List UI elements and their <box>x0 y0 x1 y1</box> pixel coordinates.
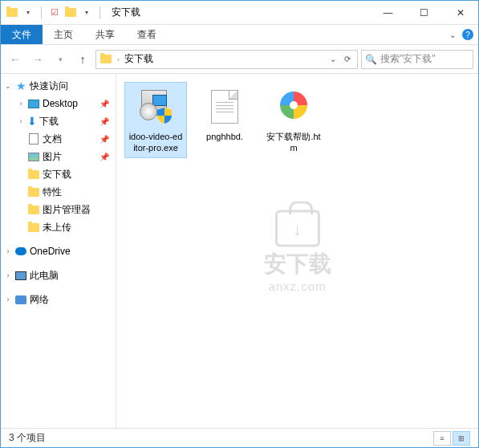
maximize-button[interactable]: ☐ <box>406 1 442 24</box>
chevron-right-icon[interactable]: › <box>17 100 25 108</box>
htm-file-icon <box>273 86 315 128</box>
nav-toolbar: ← → ▾ ↑ › 安下载 ⌄ ⟳ 🔍 搜索"安下载" <box>1 45 478 74</box>
desktop-icon <box>27 97 40 110</box>
window-title: 安下载 <box>108 6 140 19</box>
file-item[interactable]: 安下载帮助.htm <box>262 82 325 158</box>
sidebar-item-notuploaded[interactable]: 未上传 <box>1 218 116 236</box>
tab-share[interactable]: 共享 <box>84 25 126 44</box>
chevron-right-icon[interactable]: › <box>4 295 12 303</box>
file-item[interactable]: pnghhbd. <box>193 82 256 146</box>
qat-overflow-icon[interactable]: ▾ <box>80 6 93 19</box>
ribbon-tabs: 文件 主页 共享 查看 ⌄ ? <box>1 25 478 45</box>
breadcrumb[interactable]: 安下载 <box>124 52 153 66</box>
nav-pane: ⌄ ★ 快速访问 › Desktop 📌 › ⬇ 下载 📌 文档 📌 <box>1 74 116 428</box>
watermark-url: anxz.com <box>264 279 331 292</box>
text-file-icon <box>204 86 246 128</box>
search-placeholder: 搜索"安下载" <box>380 52 436 66</box>
titlebar: ▾ ☑ ▾ 安下载 — ☐ ✕ <box>1 1 478 25</box>
help-icon[interactable]: ? <box>462 29 473 40</box>
folder-icon <box>27 185 40 198</box>
file-name: 安下载帮助.htm <box>266 131 321 154</box>
folder-icon <box>99 53 112 66</box>
file-list-pane[interactable]: 安下载 anxz.com idoo- <box>116 74 478 428</box>
watermark: 安下载 anxz.com <box>264 210 331 292</box>
view-icons-button[interactable]: ⊞ <box>453 431 470 446</box>
sidebar-item-thispc[interactable]: › 此电脑 <box>1 267 116 284</box>
nav-recent-dropdown[interactable]: ▾ <box>51 50 70 69</box>
pin-icon: 📌 <box>99 153 109 161</box>
document-icon <box>27 132 40 145</box>
checkbox-icon[interactable]: ☑ <box>48 6 61 19</box>
sidebar-item-label: 下载 <box>39 115 59 128</box>
chevron-right-icon[interactable]: › <box>17 117 25 125</box>
sidebar-quick-access[interactable]: ⌄ ★ 快速访问 <box>1 77 116 95</box>
sidebar-item-label: 未上传 <box>43 221 71 234</box>
sidebar-item-onedrive[interactable]: › OneDrive <box>1 242 116 260</box>
folder-icon <box>27 203 40 216</box>
address-dropdown-icon[interactable]: ⌄ <box>327 55 339 63</box>
onedrive-icon <box>14 245 27 258</box>
pictures-icon <box>27 150 40 163</box>
chevron-right-icon[interactable]: › <box>116 55 121 63</box>
qat-dropdown-icon[interactable]: ▾ <box>22 6 35 19</box>
sidebar-item-network[interactable]: › 网络 <box>1 291 116 308</box>
sidebar-item-label: 快速访问 <box>30 79 68 93</box>
sidebar-item-label: 图片管理器 <box>43 203 91 217</box>
sidebar-item-label: 特性 <box>43 185 62 199</box>
sidebar-item-label: Desktop <box>43 98 78 109</box>
star-icon: ★ <box>14 79 27 92</box>
file-item[interactable]: idoo-video-editor-pro.exe <box>124 82 187 158</box>
nav-up-button[interactable]: ↑ <box>73 50 92 69</box>
chevron-right-icon[interactable]: › <box>4 247 12 255</box>
sidebar-item-anxz[interactable]: 安下载 <box>1 165 116 183</box>
sidebar-item-label: 文档 <box>43 132 62 146</box>
search-icon: 🔍 <box>365 54 377 65</box>
sidebar-item-pictures[interactable]: 图片 📌 <box>1 148 116 165</box>
status-text: 3 个项目 <box>9 431 46 445</box>
exe-icon <box>135 86 177 128</box>
pc-icon <box>14 269 27 282</box>
chevron-right-icon[interactable]: › <box>4 271 12 279</box>
file-name: idoo-video-editor-pro.exe <box>128 131 183 154</box>
tab-view[interactable]: 查看 <box>126 25 168 44</box>
watermark-title: 安下载 <box>264 248 331 279</box>
sidebar-item-label: 网络 <box>30 293 49 307</box>
sidebar-item-label: 此电脑 <box>30 269 59 283</box>
status-bar: 3 个项目 ≡ ⊞ <box>1 428 478 447</box>
tab-home[interactable]: 主页 <box>43 25 84 44</box>
chevron-down-icon[interactable]: ⌄ <box>4 82 12 90</box>
sidebar-item-picmgr[interactable]: 图片管理器 <box>1 201 116 218</box>
refresh-icon[interactable]: ⟳ <box>341 55 354 63</box>
view-details-button[interactable]: ≡ <box>433 431 451 446</box>
sidebar-item-label: 安下载 <box>43 168 71 181</box>
sidebar-item-label: 图片 <box>43 150 62 164</box>
sidebar-item-documents[interactable]: 文档 📌 <box>1 130 116 148</box>
folder-icon <box>64 6 77 19</box>
ribbon-expand-icon[interactable]: ⌄ <box>449 31 456 39</box>
pin-icon: 📌 <box>99 117 109 126</box>
folder-icon <box>6 6 18 19</box>
folder-icon <box>27 168 40 181</box>
sidebar-item-texing[interactable]: 特性 <box>1 183 116 201</box>
tab-file[interactable]: 文件 <box>1 25 43 44</box>
nav-forward-button[interactable]: → <box>28 50 47 69</box>
minimize-button[interactable]: — <box>370 1 406 24</box>
file-name: pnghhbd. <box>197 131 252 142</box>
sidebar-item-desktop[interactable]: › Desktop 📌 <box>1 95 116 112</box>
sidebar-item-label: OneDrive <box>30 246 71 257</box>
address-bar[interactable]: › 安下载 ⌄ ⟳ <box>95 50 358 69</box>
sidebar-item-downloads[interactable]: › ⬇ 下载 📌 <box>1 112 116 130</box>
close-button[interactable]: ✕ <box>442 1 478 24</box>
folder-icon <box>27 221 40 234</box>
nav-back-button[interactable]: ← <box>6 50 25 69</box>
download-icon: ⬇ <box>27 116 37 126</box>
network-icon <box>14 293 27 306</box>
search-input[interactable]: 🔍 搜索"安下载" <box>361 50 473 69</box>
pin-icon: 📌 <box>99 100 109 108</box>
explorer-window: ▾ ☑ ▾ 安下载 — ☐ ✕ 文件 主页 共享 查看 ⌄ ? ← → ▾ ↑ <box>0 0 479 448</box>
pin-icon: 📌 <box>99 135 109 144</box>
